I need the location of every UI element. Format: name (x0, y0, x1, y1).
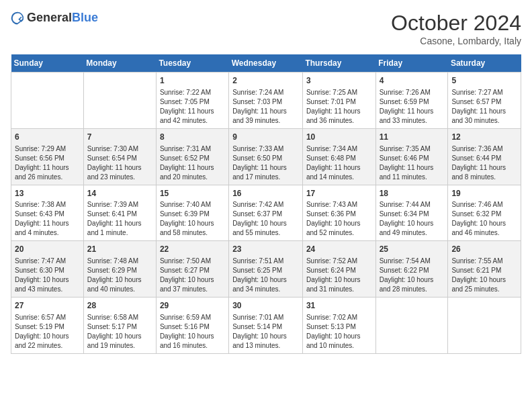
daylight-text: Daylight: 11 hours and 42 minutes. (160, 107, 225, 126)
weekday-header-monday: Monday (83, 54, 156, 73)
sunset-text: Sunset: 6:27 PM (160, 266, 225, 275)
day-info: Sunrise: 7:38 AMSunset: 6:43 PMDaylight:… (15, 200, 80, 238)
day-info: Sunrise: 7:01 AMSunset: 5:14 PMDaylight:… (232, 313, 299, 351)
day-info: Sunrise: 7:52 AMSunset: 6:24 PMDaylight:… (306, 257, 372, 294)
sunset-text: Sunset: 6:30 PM (15, 266, 80, 275)
daylight-text: Daylight: 10 hours and 16 minutes. (160, 332, 225, 351)
sunset-text: Sunset: 6:48 PM (306, 154, 372, 163)
calendar-cell: 30Sunrise: 7:01 AMSunset: 5:14 PMDayligh… (229, 298, 303, 354)
calendar-cell: 12Sunrise: 7:36 AMSunset: 6:44 PMDayligh… (448, 128, 521, 185)
sunset-text: Sunset: 6:29 PM (87, 266, 152, 275)
calendar-cell: 2Sunrise: 7:24 AMSunset: 7:03 PMDaylight… (229, 73, 303, 129)
day-info: Sunrise: 7:33 AMSunset: 6:50 PMDaylight:… (232, 144, 299, 182)
calendar-week-row: 27Sunrise: 6:57 AMSunset: 5:19 PMDayligh… (11, 298, 521, 354)
sunrise-text: Sunrise: 7:33 AM (232, 144, 299, 154)
daylight-text: Daylight: 11 hours and 4 minutes. (15, 219, 80, 238)
day-info: Sunrise: 7:48 AMSunset: 6:29 PMDaylight:… (87, 257, 152, 294)
sunrise-text: Sunrise: 7:29 AM (15, 144, 80, 154)
sunrise-text: Sunrise: 7:22 AM (160, 88, 225, 97)
daylight-text: Daylight: 11 hours and 17 minutes. (232, 163, 299, 182)
sunset-text: Sunset: 5:16 PM (160, 322, 225, 332)
calendar-table: SundayMondayTuesdayWednesdayThursdayFrid… (11, 54, 521, 354)
day-number: 19 (451, 188, 517, 199)
calendar-cell: 18Sunrise: 7:44 AMSunset: 6:34 PMDayligh… (375, 185, 448, 241)
sunrise-text: Sunrise: 7:44 AM (380, 200, 445, 210)
day-info: Sunrise: 7:39 AMSunset: 6:41 PMDaylight:… (87, 200, 152, 238)
daylight-text: Daylight: 11 hours and 39 minutes. (232, 107, 299, 126)
calendar-cell: 17Sunrise: 7:43 AMSunset: 6:36 PMDayligh… (302, 185, 375, 241)
daylight-text: Daylight: 10 hours and 13 minutes. (232, 332, 299, 351)
sunrise-text: Sunrise: 7:55 AM (451, 257, 517, 266)
sunrise-text: Sunrise: 6:57 AM (15, 313, 80, 322)
calendar-cell: 8Sunrise: 7:31 AMSunset: 6:52 PMDaylight… (156, 128, 228, 185)
daylight-text: Daylight: 11 hours and 20 minutes. (160, 163, 225, 182)
day-number: 31 (306, 300, 372, 312)
sunset-text: Sunset: 6:43 PM (15, 210, 80, 219)
day-number: 30 (232, 300, 299, 312)
calendar-cell: 4Sunrise: 7:26 AMSunset: 6:59 PMDaylight… (375, 73, 448, 129)
day-number: 16 (232, 188, 299, 199)
day-number: 2 (232, 75, 299, 87)
calendar-cell: 16Sunrise: 7:42 AMSunset: 6:37 PMDayligh… (229, 185, 303, 241)
sunset-text: Sunset: 5:17 PM (87, 322, 152, 332)
calendar-cell (83, 73, 156, 129)
daylight-text: Daylight: 10 hours and 37 minutes. (160, 275, 225, 294)
weekday-header-friday: Friday (375, 54, 448, 73)
sunset-text: Sunset: 6:37 PM (232, 210, 299, 219)
daylight-text: Daylight: 10 hours and 49 minutes. (380, 219, 445, 238)
sunset-text: Sunset: 6:22 PM (380, 266, 445, 275)
calendar-cell: 28Sunrise: 6:58 AMSunset: 5:17 PMDayligh… (83, 298, 156, 354)
daylight-text: Daylight: 10 hours and 22 minutes. (15, 332, 80, 351)
sunrise-text: Sunrise: 7:34 AM (306, 144, 372, 154)
daylight-text: Daylight: 11 hours and 1 minute. (87, 219, 152, 238)
day-info: Sunrise: 7:31 AMSunset: 6:52 PMDaylight:… (160, 144, 225, 182)
sunrise-text: Sunrise: 7:46 AM (451, 200, 517, 210)
day-info: Sunrise: 7:27 AMSunset: 6:57 PMDaylight:… (451, 88, 517, 126)
day-info: Sunrise: 7:46 AMSunset: 6:32 PMDaylight:… (451, 200, 517, 238)
calendar-cell: 10Sunrise: 7:34 AMSunset: 6:48 PMDayligh… (302, 128, 375, 185)
day-number: 13 (15, 188, 80, 199)
weekday-header-wednesday: Wednesday (229, 54, 303, 73)
sunset-text: Sunset: 5:14 PM (232, 322, 299, 332)
sunset-text: Sunset: 7:05 PM (160, 97, 225, 107)
calendar-week-row: 20Sunrise: 7:47 AMSunset: 6:30 PMDayligh… (11, 241, 521, 298)
sunrise-text: Sunrise: 7:24 AM (232, 88, 299, 97)
day-info: Sunrise: 7:55 AMSunset: 6:21 PMDaylight:… (451, 257, 517, 294)
daylight-text: Daylight: 10 hours and 28 minutes. (380, 275, 445, 294)
calendar-cell: 6Sunrise: 7:29 AMSunset: 6:56 PMDaylight… (11, 128, 84, 185)
day-info: Sunrise: 7:36 AMSunset: 6:44 PMDaylight:… (451, 144, 517, 182)
day-info: Sunrise: 7:50 AMSunset: 6:27 PMDaylight:… (160, 257, 225, 294)
daylight-text: Daylight: 10 hours and 25 minutes. (451, 275, 517, 294)
calendar-week-row: 13Sunrise: 7:38 AMSunset: 6:43 PMDayligh… (11, 185, 521, 241)
sunset-text: Sunset: 6:24 PM (306, 266, 372, 275)
day-number: 12 (451, 132, 517, 143)
daylight-text: Daylight: 11 hours and 33 minutes. (380, 107, 445, 126)
day-info: Sunrise: 7:42 AMSunset: 6:37 PMDaylight:… (232, 200, 299, 238)
daylight-text: Daylight: 11 hours and 30 minutes. (451, 107, 517, 126)
calendar-cell: 15Sunrise: 7:40 AMSunset: 6:39 PMDayligh… (156, 185, 228, 241)
daylight-text: Daylight: 11 hours and 14 minutes. (306, 163, 372, 182)
sunset-text: Sunset: 6:34 PM (380, 210, 445, 219)
daylight-text: Daylight: 11 hours and 36 minutes. (306, 107, 372, 126)
sunset-text: Sunset: 6:56 PM (15, 154, 80, 163)
day-number: 1 (160, 75, 225, 87)
weekday-header-sunday: Sunday (11, 54, 84, 73)
day-number: 4 (380, 75, 445, 87)
calendar-cell: 13Sunrise: 7:38 AMSunset: 6:43 PMDayligh… (11, 185, 84, 241)
sunrise-text: Sunrise: 7:47 AM (15, 257, 80, 266)
day-number: 29 (160, 300, 225, 312)
calendar-cell: 1Sunrise: 7:22 AMSunset: 7:05 PMDaylight… (156, 73, 228, 129)
sunrise-text: Sunrise: 6:59 AM (160, 313, 225, 322)
day-number: 24 (306, 244, 372, 255)
sunset-text: Sunset: 6:52 PM (160, 154, 225, 163)
logo: GeneralBlue (11, 11, 98, 25)
day-info: Sunrise: 7:29 AMSunset: 6:56 PMDaylight:… (15, 144, 80, 182)
calendar-cell: 27Sunrise: 6:57 AMSunset: 5:19 PMDayligh… (11, 298, 84, 354)
sunrise-text: Sunrise: 7:36 AM (451, 144, 517, 154)
sunrise-text: Sunrise: 7:54 AM (380, 257, 445, 266)
daylight-text: Daylight: 10 hours and 31 minutes. (306, 275, 372, 294)
sunset-text: Sunset: 6:59 PM (380, 97, 445, 107)
weekday-header-thursday: Thursday (302, 54, 375, 73)
day-info: Sunrise: 7:54 AMSunset: 6:22 PMDaylight:… (380, 257, 445, 294)
day-info: Sunrise: 7:51 AMSunset: 6:25 PMDaylight:… (232, 257, 299, 294)
